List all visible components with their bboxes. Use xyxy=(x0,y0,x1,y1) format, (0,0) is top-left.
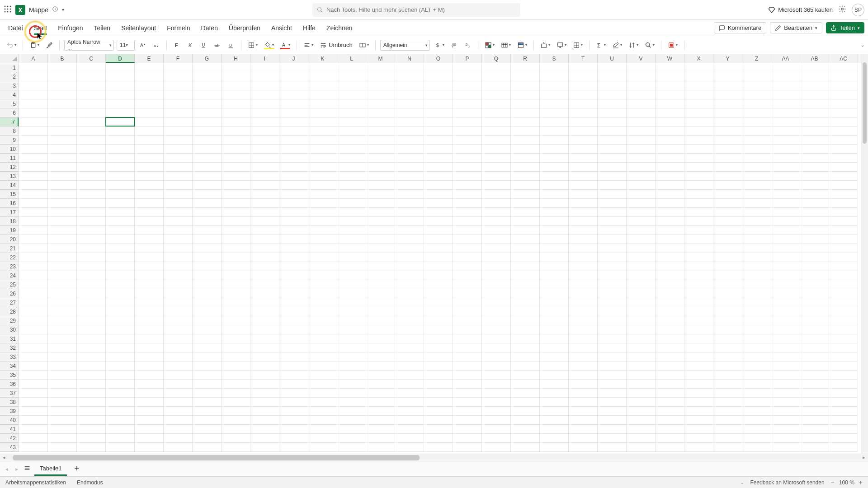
column-header[interactable]: S xyxy=(540,54,569,63)
number-format-select[interactable]: Allgemein▾ xyxy=(380,40,430,51)
row-header[interactable]: 20 xyxy=(0,235,19,244)
ribbon-expand-icon[interactable]: ⌄ xyxy=(861,42,864,47)
row-header[interactable]: 17 xyxy=(0,208,19,217)
share-button[interactable]: Teilen ▾ xyxy=(826,22,864,33)
tab-ansicht[interactable]: Ansicht xyxy=(267,22,297,34)
vertical-scrollbar[interactable] xyxy=(861,54,868,461)
document-name[interactable]: Mappe xyxy=(29,6,48,14)
row-header[interactable]: 35 xyxy=(0,371,19,380)
user-avatar[interactable]: SP xyxy=(852,4,864,16)
column-header[interactable]: I xyxy=(250,54,279,63)
conditional-format-button[interactable]: ▾ xyxy=(483,40,496,50)
row-header[interactable]: 7 xyxy=(0,117,19,127)
column-header[interactable]: U xyxy=(598,54,627,63)
row-header[interactable]: 43 xyxy=(0,443,19,452)
row-header[interactable]: 29 xyxy=(0,316,19,325)
row-header[interactable]: 4 xyxy=(0,90,19,99)
tab-daten[interactable]: Daten xyxy=(197,22,222,34)
tab-datei[interactable]: Datei xyxy=(4,22,28,34)
double-underline-button[interactable]: D xyxy=(226,40,236,50)
column-header[interactable]: K xyxy=(308,54,337,63)
insert-cells-button[interactable]: ▾ xyxy=(538,40,552,50)
comments-button[interactable]: Kommentare xyxy=(714,22,766,33)
strikethrough-button[interactable]: ab xyxy=(212,40,223,50)
row-header[interactable]: 42 xyxy=(0,434,19,443)
horizontal-scrollbar[interactable]: ◂ ▸ xyxy=(0,454,868,461)
buy-premium-button[interactable]: Microsoft 365 kaufen xyxy=(768,6,833,14)
tab-überprüfen[interactable]: Überprüfen xyxy=(224,22,265,34)
column-header[interactable]: F xyxy=(164,54,193,63)
row-header[interactable]: 12 xyxy=(0,163,19,172)
column-header[interactable]: L xyxy=(337,54,366,63)
row-header[interactable]: 10 xyxy=(0,145,19,154)
row-header[interactable]: 21 xyxy=(0,244,19,253)
add-sheet-button[interactable]: + xyxy=(71,463,83,474)
all-sheets-button[interactable] xyxy=(24,465,31,474)
format-painter-button[interactable] xyxy=(44,40,55,50)
row-header[interactable]: 37 xyxy=(0,389,19,398)
decrease-font-button[interactable]: A▾ xyxy=(151,40,162,50)
column-header[interactable]: AC xyxy=(829,54,858,63)
fill-color-button[interactable]: ▾ xyxy=(262,40,276,50)
row-header[interactable]: 26 xyxy=(0,289,19,298)
column-header[interactable]: B xyxy=(48,54,77,63)
search-box[interactable] xyxy=(312,3,520,17)
row-header[interactable]: 2 xyxy=(0,72,19,81)
tab-zeichnen[interactable]: Zeichnen xyxy=(322,22,357,34)
zoom-out-button[interactable]: − xyxy=(831,479,835,486)
scroll-right-icon[interactable]: ▸ xyxy=(860,455,868,460)
scroll-left-icon[interactable]: ◂ xyxy=(0,455,8,460)
zoom-level[interactable]: 100 % xyxy=(839,479,854,486)
row-header[interactable]: 24 xyxy=(0,271,19,280)
column-header[interactable]: E xyxy=(135,54,164,63)
column-header[interactable]: AA xyxy=(771,54,800,63)
tab-einfügen[interactable]: Einfügen xyxy=(53,22,87,34)
row-header[interactable]: 28 xyxy=(0,307,19,316)
row-header[interactable]: 34 xyxy=(0,361,19,371)
search-input[interactable] xyxy=(326,6,516,13)
increase-decimal-button[interactable]: .00 xyxy=(449,40,460,50)
column-header[interactable]: V xyxy=(627,54,656,63)
status-menu-icon[interactable]: ⌄ xyxy=(741,480,744,485)
row-header[interactable]: 33 xyxy=(0,352,19,361)
row-header[interactable]: 19 xyxy=(0,226,19,235)
column-header[interactable]: R xyxy=(511,54,540,63)
row-header[interactable]: 14 xyxy=(0,181,19,190)
delete-cells-button[interactable]: ▾ xyxy=(555,40,568,50)
select-all-corner[interactable] xyxy=(0,54,19,63)
row-header[interactable]: 30 xyxy=(0,325,19,334)
tab-seitenlayout[interactable]: Seitenlayout xyxy=(117,22,160,34)
horizontal-scroll-thumb[interactable] xyxy=(13,455,420,460)
selected-cell[interactable] xyxy=(105,117,135,127)
currency-button[interactable]: $▾ xyxy=(433,40,446,50)
row-header[interactable]: 18 xyxy=(0,217,19,226)
row-header[interactable]: 11 xyxy=(0,154,19,163)
vertical-scroll-thumb[interactable] xyxy=(863,62,867,144)
row-header[interactable]: 5 xyxy=(0,99,19,108)
row-header[interactable]: 3 xyxy=(0,81,19,90)
row-header[interactable]: 27 xyxy=(0,298,19,307)
bold-button[interactable]: F xyxy=(171,40,182,50)
column-header[interactable]: AB xyxy=(800,54,829,63)
font-family-select[interactable]: Aptos Narrow ...▾ xyxy=(64,40,114,51)
column-header[interactable]: Q xyxy=(482,54,511,63)
merge-button[interactable]: ▾ xyxy=(357,40,371,50)
row-header[interactable]: 40 xyxy=(0,416,19,425)
decrease-decimal-button[interactable]: .0 xyxy=(462,40,473,50)
wrap-text-button[interactable]: Umbruch xyxy=(318,40,354,50)
app-launcher-icon[interactable] xyxy=(4,5,12,15)
row-header[interactable]: 39 xyxy=(0,407,19,416)
settings-button[interactable] xyxy=(838,5,846,15)
align-button[interactable]: ▾ xyxy=(302,40,315,50)
column-header[interactable]: P xyxy=(453,54,482,63)
zoom-in-button[interactable]: + xyxy=(859,479,863,486)
column-header[interactable]: N xyxy=(395,54,424,63)
column-header[interactable]: Z xyxy=(742,54,771,63)
column-header[interactable]: J xyxy=(279,54,308,63)
column-header[interactable]: Y xyxy=(713,54,742,63)
sheet-nav-next-icon[interactable]: ▸ xyxy=(14,464,20,474)
column-header[interactable]: H xyxy=(222,54,250,63)
addins-button[interactable]: ▾ xyxy=(666,40,679,50)
row-header[interactable]: 32 xyxy=(0,343,19,352)
row-header[interactable]: 9 xyxy=(0,136,19,145)
